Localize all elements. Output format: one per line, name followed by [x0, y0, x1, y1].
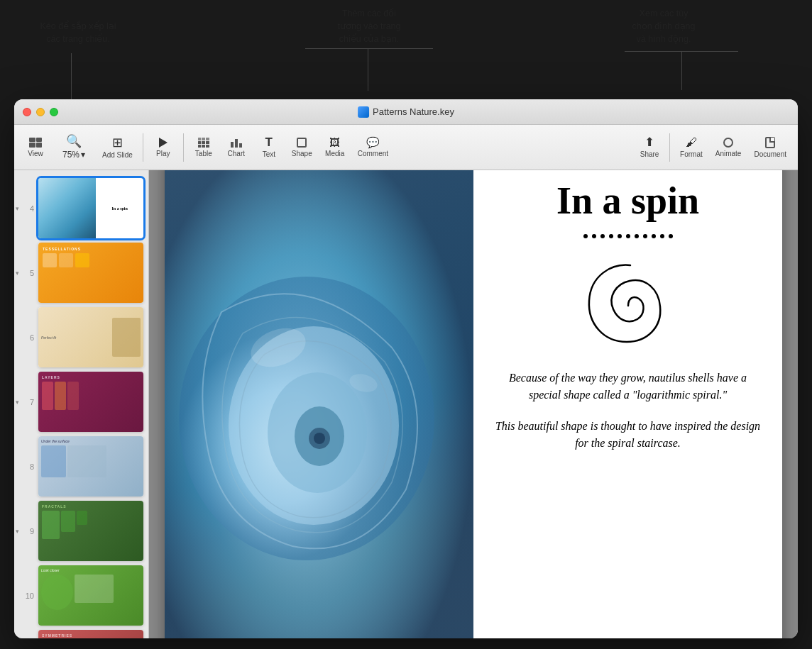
slide-number-4: 4 — [20, 204, 34, 213]
format-button[interactable]: 🖌 Format — [674, 129, 708, 166]
slide-item-8[interactable]: 8 Under the surface — [14, 434, 148, 499]
dot — [583, 234, 588, 238]
canvas-area[interactable]: In a spin — [149, 170, 798, 638]
table-button[interactable]: Table — [188, 129, 219, 166]
annotation-1: Kéo để sắp xếp lạicác trang chiếu. — [21, 20, 135, 45]
play-button[interactable]: Play — [148, 129, 179, 166]
slide-chevron-4: ▾ — [16, 205, 19, 212]
separator-2 — [183, 133, 184, 162]
slide-chevron-9: ▾ — [16, 528, 19, 535]
animate-button[interactable]: Animate — [710, 129, 747, 166]
format-label: Format — [680, 150, 703, 158]
table-icon — [198, 138, 209, 148]
svg-point-6 — [314, 433, 325, 444]
dot — [652, 234, 656, 238]
dot — [618, 234, 622, 238]
view-button[interactable]: View — [20, 129, 51, 166]
slide-number-9: 9 — [20, 527, 34, 536]
main-slide[interactable]: In a spin — [165, 170, 782, 638]
close-button[interactable] — [23, 108, 31, 116]
dot — [592, 234, 596, 238]
chart-button[interactable]: Chart — [221, 129, 252, 166]
slide-item-4[interactable]: ▾ 4 In a spin — [14, 176, 148, 240]
text-icon: T — [265, 136, 273, 148]
annotation-3: Xem các tùychọn định dạngvà hình động. — [596, 7, 731, 45]
comment-button[interactable]: 💬 Comment — [352, 129, 394, 166]
zoom-label: 75% ▾ — [62, 150, 85, 160]
slide-right: In a spin — [473, 170, 782, 638]
slide-number-10: 10 — [20, 592, 34, 600]
play-icon — [159, 138, 168, 148]
text-label: Text — [263, 150, 275, 158]
window-title: Patterns Nature.key — [358, 106, 454, 118]
separator-1 — [143, 133, 143, 162]
add-slide-icon: ⊞ — [112, 136, 123, 149]
slide-item-9[interactable]: ▾ 9 FRACTALS — [14, 499, 148, 563]
slide-thumb-7[interactable]: LAYERS — [38, 372, 143, 432]
slide-thumb-5[interactable]: TESSELLATIONS — [38, 243, 143, 303]
dot — [609, 234, 613, 238]
media-button[interactable]: 🖼 Media — [319, 129, 351, 166]
main-content: ▾ 4 In a spin ▾ 5 — [14, 170, 798, 638]
view-label: View — [28, 150, 43, 157]
add-slide-label: Add Slide — [102, 151, 133, 159]
spiral-graphic — [582, 260, 674, 352]
view-icon — [29, 138, 42, 148]
slide-number-7: 7 — [20, 398, 34, 406]
comment-icon: 💬 — [366, 137, 380, 148]
slide-photo — [165, 170, 473, 638]
slide-number-8: 8 — [20, 462, 34, 471]
slide-title: In a spin — [556, 182, 699, 220]
minimize-button[interactable] — [36, 108, 45, 116]
slide-thumb-6[interactable]: Perfect fit — [38, 307, 143, 367]
document-icon — [765, 137, 775, 148]
dot — [600, 234, 605, 238]
animate-icon — [723, 138, 733, 148]
slide-item-6[interactable]: 6 Perfect fit — [14, 305, 148, 370]
slide-number-5: 5 — [20, 269, 34, 277]
animate-label: Animate — [715, 150, 742, 157]
separator-3 — [669, 133, 670, 162]
dot — [669, 234, 673, 238]
slide-thumb-4[interactable]: In a spin — [38, 178, 143, 238]
media-icon: 🖼 — [329, 137, 340, 148]
slide-thumb-9[interactable]: FRACTALS — [38, 501, 143, 561]
share-icon: ⬆ — [644, 136, 654, 148]
text-button[interactable]: T Text — [253, 129, 285, 166]
media-label: Media — [325, 150, 344, 157]
add-slide-button[interactable]: ⊞ Add Slide — [97, 129, 138, 166]
slide-thumb-11[interactable]: SYMMETRIES — [38, 630, 143, 638]
chart-icon — [231, 138, 242, 148]
chart-label: Chart — [228, 150, 245, 157]
maximize-button[interactable] — [50, 108, 58, 116]
slide-thumb-10[interactable]: Look closer — [38, 565, 143, 626]
slide-body-text-2: This beautiful shape is thought to have … — [495, 418, 761, 452]
slide-item-10[interactable]: 10 Look closer — [14, 563, 148, 628]
document-button[interactable]: Document — [748, 129, 792, 166]
zoom-icon: 🔍 — [66, 135, 82, 148]
table-label: Table — [195, 150, 212, 157]
traffic-lights[interactable] — [23, 108, 58, 116]
slide-thumb-8[interactable]: Under the surface — [38, 436, 143, 497]
slide-chevron-7: ▾ — [16, 399, 19, 406]
slide-body-text-1: Because of the way they grow, nautilus s… — [495, 370, 761, 404]
dot — [626, 234, 630, 238]
slide-panel[interactable]: ▾ 4 In a spin ▾ 5 — [14, 170, 149, 638]
annotation-2: Thêm các đốitượng vào trangchiếu của bạn… — [305, 7, 433, 45]
zoom-button[interactable]: 🔍 75% ▾ — [53, 129, 95, 166]
slide-item-11[interactable]: ▾ 11 SYMMETRIES — [14, 628, 148, 638]
shape-button[interactable]: Shape — [286, 129, 318, 166]
keynote-icon — [358, 106, 369, 118]
play-label: Play — [156, 150, 170, 157]
slide-item-5[interactable]: ▾ 5 TESSELLATIONS — [14, 240, 148, 305]
titlebar: Patterns Nature.key — [14, 99, 798, 125]
share-label: Share — [640, 150, 659, 158]
format-icon: 🖌 — [686, 137, 697, 148]
shape-label: Shape — [292, 150, 312, 157]
dot — [635, 234, 639, 238]
slide-chevron-5: ▾ — [16, 270, 19, 277]
slide-item-7[interactable]: ▾ 7 LAYERS — [14, 370, 148, 434]
share-button[interactable]: ⬆ Share — [634, 129, 665, 166]
dot — [643, 234, 647, 238]
dots-mid — [583, 234, 673, 238]
